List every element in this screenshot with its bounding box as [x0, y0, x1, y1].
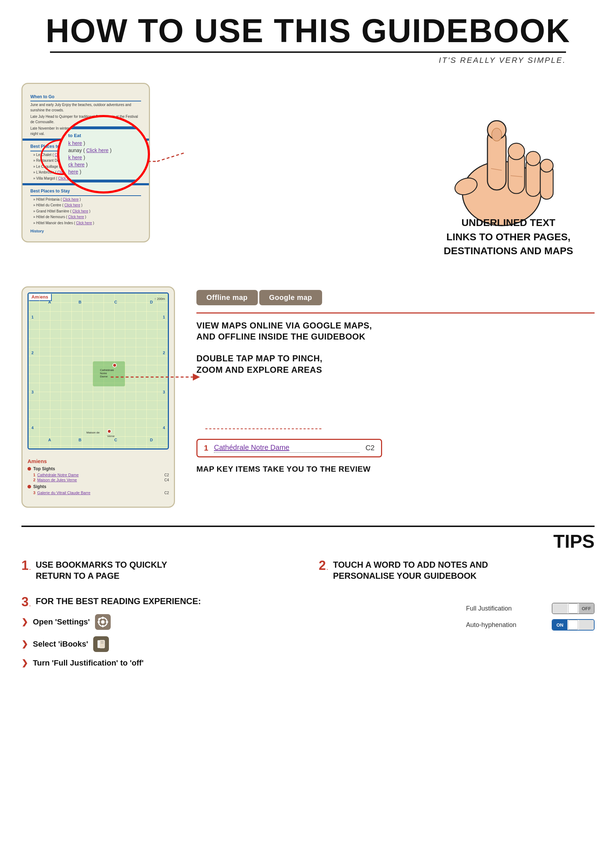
grid-col-b-bot: B: [79, 438, 82, 442]
toggle-label-off-1: OFF: [579, 603, 594, 614]
grid-row-2-left: 2: [31, 351, 34, 355]
grid-row-1-right: 1: [163, 315, 165, 319]
zoom-link-4[interactable]: ck here: [68, 162, 85, 168]
subtitle: IT'S REALLY VERY SIMPLE.: [21, 56, 595, 65]
grid-col-b: B: [79, 300, 82, 304]
sight-num-2: 2: [33, 478, 36, 482]
svg-point-18: [101, 620, 105, 624]
stay-item-1: Hôtel Printania ( Click here ): [30, 197, 141, 202]
zoom-line-2: aunay ( Click here ): [68, 147, 139, 153]
highlight-area: 1 Cathédrale Notre Dame C2 MAP KEY ITEMS…: [196, 422, 595, 474]
svg-rect-22: [98, 621, 100, 623]
toggle-label-2: Auto-hyphenation: [466, 621, 545, 629]
tip-num-3: 3.: [21, 596, 31, 608]
maison-label: Maison de: [86, 431, 99, 434]
grid-row-4-left: 4: [31, 425, 34, 430]
svg-point-7: [508, 143, 525, 160]
tip3-arrow-1: ❯: [21, 617, 28, 627]
tip-num-2: 2.: [319, 559, 328, 572]
sight-name-2[interactable]: Maison de Jules Verne: [37, 478, 164, 482]
sights-header: Sights: [28, 484, 169, 489]
settings-icon: [98, 617, 108, 627]
grid-col-d: D: [150, 300, 153, 304]
zoom-link-3[interactable]: k here: [68, 154, 82, 160]
svg-rect-21: [102, 625, 104, 627]
tip3-arrow-2: ❯: [21, 639, 28, 649]
zoom-link-1[interactable]: k here: [68, 140, 82, 146]
map-key-caption: MAP KEY ITEMS TAKE YOU TO THE REVIEW: [196, 464, 595, 474]
stay-link-5[interactable]: Click here: [76, 221, 92, 225]
zoom-link-5[interactable]: here: [68, 169, 78, 175]
page-title: HOW TO USE THIS GUIDEBOOK: [21, 14, 595, 47]
desc-line3: DESTINATIONS AND MAPS: [444, 244, 573, 258]
tip3-header: 3. FOR THE BEST READING EXPERIENCE:: [21, 596, 445, 608]
zoom-line-3: k here ): [68, 154, 139, 160]
grid-row-1-left: 1: [31, 315, 34, 319]
top-sights-header: Top Sights: [28, 466, 169, 471]
toggle-knob-2: [568, 620, 578, 630]
highlight-num: 1: [204, 443, 208, 453]
zoom-link-2[interactable]: Click here: [86, 147, 108, 153]
poi-jules-verne: [107, 429, 111, 433]
history-label: History: [30, 228, 141, 234]
toggle-switch-1[interactable]: OFF: [552, 603, 595, 614]
sight-name-1[interactable]: Cathédrale Notre Dame: [37, 473, 164, 477]
tips-label: TIPS: [21, 531, 595, 552]
toggle-label-1: Full Justification: [466, 605, 545, 612]
top-sight-1: 1 Cathédrale Notre Dame C2: [28, 473, 169, 477]
stay-item-2: Hôtel du Centre ( Click here ): [30, 203, 141, 208]
map-mockup: Amiens A B C D 1 1 2 2 3 3 4 4 A B C D: [21, 286, 175, 508]
map-city-label: Amiens: [28, 458, 169, 464]
highlight-name[interactable]: Cathédrale Notre Dame: [214, 443, 359, 453]
tip3-text-2: Select 'iBooks': [33, 639, 88, 649]
svg-marker-16: [193, 374, 200, 381]
tip3-left: 3. FOR THE BEST READING EXPERIENCE: ❯ Op…: [21, 596, 445, 674]
toggle-knob-1: [568, 603, 578, 614]
map-scale: ↑ 200m: [154, 297, 165, 301]
grid-col-c-bot: C: [114, 438, 117, 442]
grid-row-2-right: 2: [163, 351, 165, 355]
top-sights-dot: [28, 467, 31, 471]
zoom-heading: to Eat: [68, 133, 139, 138]
svg-point-9: [526, 151, 540, 166]
svg-rect-24: [98, 618, 100, 621]
grid-col-a-bot: A: [48, 438, 51, 442]
books-icon: [96, 639, 107, 649]
google-map-button[interactable]: Google map: [259, 290, 322, 305]
toggle-row-2: Auto-hyphenation ON: [466, 619, 595, 630]
toggle-switch-2[interactable]: ON: [552, 619, 595, 630]
stay-link-2[interactable]: Click here: [64, 203, 80, 207]
grid-col-d-bot: D: [150, 438, 153, 442]
toggle-label-on-2: [579, 620, 594, 630]
page-header: HOW TO USE THIS GUIDEBOOK IT'S REALLY VE…: [0, 0, 616, 79]
top-sight-2: 2 Maison de Jules Verne C4: [28, 478, 169, 482]
stay-item-4: Hôtel de Nemours ( Click here ): [30, 215, 141, 220]
svg-rect-23: [106, 621, 108, 623]
tip-num-1: 1.: [21, 559, 31, 572]
map-red-divider: [196, 313, 595, 313]
when-to-go-body1: June and early July Enjoy the beaches, o…: [30, 102, 141, 113]
stay-item-3: Grand Hôtel Barrière ( Click here ): [30, 209, 141, 214]
sights-label: Sights: [33, 484, 46, 489]
sight-3: 3 Galerie du Vitrail Claude Barre C2: [28, 491, 169, 495]
sight-coord-1: C2: [164, 473, 169, 477]
stay-link-3[interactable]: Click here: [73, 209, 88, 213]
highlight-coord: C2: [365, 444, 375, 452]
sight-name-3[interactable]: Galerie du Vitrail Claude Barre: [37, 491, 164, 495]
desc-line1: UNDERLINED TEXT: [444, 216, 573, 230]
offline-map-button[interactable]: Offline map: [196, 290, 258, 305]
stay-link-1[interactable]: Click here: [63, 197, 79, 202]
tip3-sub-3: ❯ Turn 'Full Justification' to 'off': [21, 658, 445, 668]
when-to-go-title: When to Go: [30, 94, 141, 101]
stay-link-4[interactable]: Click here: [68, 215, 84, 219]
grid-row-3-left: 3: [31, 390, 34, 394]
stay-item-5: Hôtel Manoir des Indes ( Click here ): [30, 221, 141, 226]
tip3-icon-settings: [95, 614, 111, 630]
tip3-header-text: FOR THE BEST READING EXPERIENCE:: [36, 596, 201, 606]
zoom-area-text: DOUBLE TAP MAP TO PINCH,ZOOM AND EXPLORE…: [196, 353, 595, 385]
zoom-line-4: ck here ): [68, 162, 139, 168]
tip3-text-3: Turn 'Full Justification' to 'off': [33, 658, 144, 668]
tip3-text-1: Open 'Settings': [33, 617, 90, 627]
sight-coord-2: C4: [164, 478, 169, 482]
svg-point-11: [540, 159, 553, 172]
